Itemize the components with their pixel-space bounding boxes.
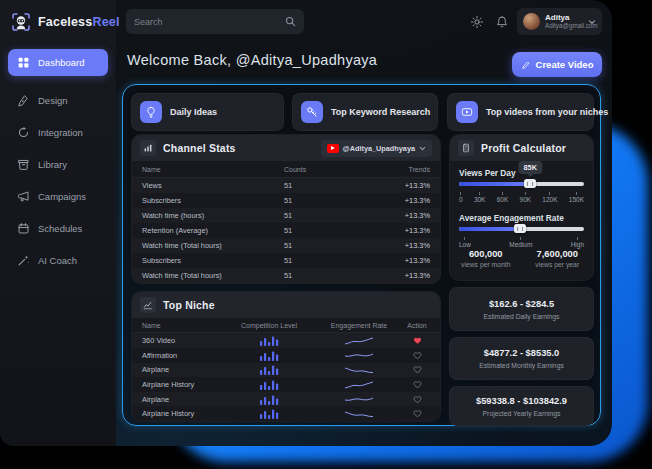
sidebar-item-ai-coach[interactable]: AI Coach xyxy=(8,247,108,274)
search-icon[interactable] xyxy=(285,16,296,27)
channel-account-dropdown[interactable]: @Aditya_Upadhyaya xyxy=(321,140,432,157)
earnings-card-daily: $162.6 - $284.5 Estimated Daily Earnings xyxy=(449,287,594,331)
channel-account-name: @Aditya_Upadhyaya xyxy=(343,144,415,153)
views-per-day-slider[interactable] xyxy=(459,182,584,186)
key-icon xyxy=(301,101,323,123)
profit-calculator-body: 85K Views Per Day 0 30K 60K 90K 120K 15 xyxy=(450,161,593,280)
pen-icon xyxy=(521,60,531,70)
engagement-sparkline xyxy=(314,336,404,346)
user-email: Aditya@gmail.com xyxy=(545,22,583,29)
earnings-card-monthly: $4877.2 - $8535.0 Estimated Monthly Earn… xyxy=(449,337,594,380)
dashboard-grid-icon xyxy=(17,56,30,69)
sidebar-nav: Dashboard Design Integration Library Cam… xyxy=(0,43,116,280)
create-video-button[interactable]: Create Video xyxy=(512,52,602,77)
sidebar-item-design[interactable]: Design xyxy=(8,87,108,114)
favorite-heart-icon[interactable] xyxy=(413,351,422,360)
stat-count: 51 xyxy=(284,241,372,250)
top-niche-row: Airplane xyxy=(132,392,440,407)
notifications-bell-icon[interactable] xyxy=(495,15,509,29)
brand-logo[interactable]: FacelessReel xyxy=(0,0,116,43)
slider-fill xyxy=(459,227,520,231)
sidebar-item-campaigns[interactable]: Campaigns xyxy=(8,183,108,210)
engagement-rate-slider[interactable] xyxy=(459,227,584,231)
competition-bars-icon xyxy=(224,350,314,361)
daily-earnings-label: Estimated Daily Earnings xyxy=(484,313,560,320)
channel-stats-header: Channel Stats @Aditya_Upadhyaya xyxy=(132,135,440,161)
sidebar-item-integration[interactable]: Integration xyxy=(8,119,108,146)
quick-card-top-videos-from-your-niches[interactable]: Top videos from your niches xyxy=(447,93,594,131)
favorite-heart-icon[interactable] xyxy=(413,365,422,374)
views-per-year-stat: 7,600,000 views per year xyxy=(522,249,594,268)
monthly-earnings-label: Estimated Monthly Earnings xyxy=(479,362,564,369)
stat-trend: +13.3% xyxy=(372,271,430,280)
engagement-sparkline xyxy=(314,394,404,404)
channel-stats-title: Channel Stats xyxy=(163,142,236,154)
views-per-day-label: Views Per Day xyxy=(459,168,516,178)
stat-name: Watch time (Total hours) xyxy=(142,271,284,280)
slider-handle[interactable] xyxy=(514,224,526,233)
projection-stats: 600,000 views per month 7,600,000 views … xyxy=(450,249,593,268)
sidebar: FacelessReel Dashboard Design Integratio… xyxy=(0,0,116,446)
engagement-slider-ticks: Low Medium High xyxy=(459,237,584,248)
user-name: Aditya xyxy=(545,13,583,22)
niche-name: 360 Video xyxy=(142,336,224,345)
favorite-heart-icon[interactable] xyxy=(413,336,422,345)
channel-stats-row: Watch time (hours) 51 +13.3% xyxy=(132,208,440,223)
stat-count: 51 xyxy=(284,226,372,235)
chevron-down-icon xyxy=(588,18,596,26)
faceless-reel-logo-icon xyxy=(10,11,32,33)
engagement-rate-label: Average Engagement Rate xyxy=(459,213,564,223)
ai-coach-wand-icon xyxy=(17,254,30,267)
competition-bars-icon xyxy=(224,379,314,390)
competition-bars-icon xyxy=(224,335,314,346)
favorite-heart-icon[interactable] xyxy=(413,380,422,389)
channel-stats-row: Subscribers 51 +13.3% xyxy=(132,253,440,268)
favorite-heart-icon[interactable] xyxy=(413,395,422,404)
page-title: Welcome Back, @Aditya_Upadhyaya xyxy=(127,52,377,68)
niche-name: Airplane History xyxy=(142,380,224,389)
video-icon xyxy=(456,101,478,123)
sidebar-item-dashboard[interactable]: Dashboard xyxy=(8,49,108,76)
channel-stats-table-body: Views 51 +13.3% Subscribers 51 +13.3% Wa… xyxy=(132,178,440,283)
calculator-icon xyxy=(458,140,474,156)
stat-name: Watch time (Total hours) xyxy=(142,241,284,250)
views-slider-tooltip: 85K xyxy=(519,161,542,174)
settings-gear-icon[interactable] xyxy=(470,15,484,29)
earnings-card-yearly: $59338.8 - $103842.9 Projected Yearly Ea… xyxy=(449,386,594,426)
top-niche-row: Airplane History xyxy=(132,406,440,421)
bulb-icon xyxy=(140,101,162,123)
stat-count: 51 xyxy=(284,211,372,220)
slider-handle[interactable] xyxy=(524,179,536,188)
slider-tick: 120K xyxy=(542,192,557,203)
yearly-earnings-range: $59338.8 - $103842.9 xyxy=(476,396,567,406)
search-bar xyxy=(126,9,304,34)
stat-count: 51 xyxy=(284,181,372,190)
dashboard-panel: Daily Ideas Top Keyword Research Top vid… xyxy=(122,84,601,426)
top-niche-row: 360 Video xyxy=(132,333,440,348)
design-pen-icon xyxy=(17,94,30,107)
quick-card-daily-ideas[interactable]: Daily Ideas xyxy=(131,93,284,131)
library-icon xyxy=(17,158,30,171)
avatar xyxy=(523,13,540,30)
competition-bars-icon xyxy=(224,364,314,375)
niche-name: Affirmation xyxy=(142,351,224,360)
brand-name: FacelessReel xyxy=(38,15,120,29)
top-niche-row: Affirmation xyxy=(132,348,440,363)
sidebar-item-library[interactable]: Library xyxy=(8,151,108,178)
slider-tick: Low xyxy=(459,237,471,248)
user-info: Aditya Aditya@gmail.com xyxy=(545,13,583,29)
integration-icon xyxy=(17,126,30,139)
chevron-down-icon xyxy=(419,145,426,152)
views-slider-ticks: 0 30K 60K 90K 120K 150K xyxy=(459,192,584,203)
sidebar-item-schedules[interactable]: Schedules xyxy=(8,215,108,242)
search-input[interactable] xyxy=(134,17,285,27)
favorite-heart-icon[interactable] xyxy=(413,409,422,418)
stat-trend: +13.3% xyxy=(372,241,430,250)
stat-name: Subscribers xyxy=(142,256,284,265)
quick-card-top-keyword-research[interactable]: Top Keyword Research xyxy=(292,93,438,131)
stat-name: Views xyxy=(142,181,284,190)
stat-count: 51 xyxy=(284,271,372,280)
top-niche-card: Top Niche Name Competition Level Engagem… xyxy=(131,291,441,422)
user-menu[interactable]: Aditya Aditya@gmail.com xyxy=(517,8,602,35)
slider-fill xyxy=(459,182,530,186)
